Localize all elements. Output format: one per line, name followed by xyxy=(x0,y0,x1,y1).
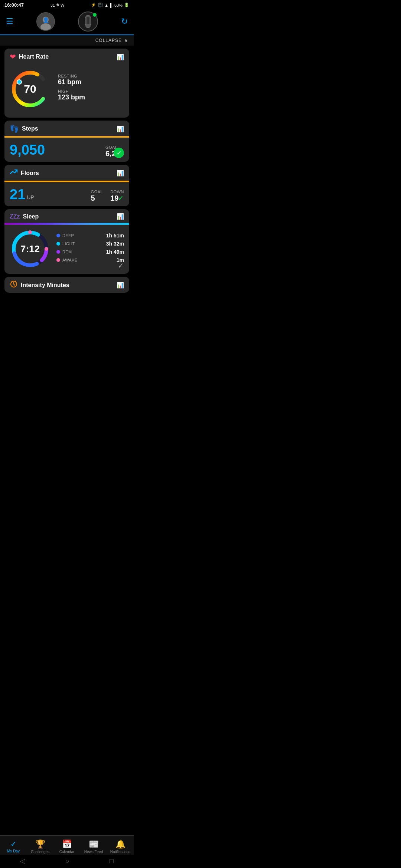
sleep-light-value: 3h 32m xyxy=(106,241,124,247)
intensity-chart-icon[interactable]: 📊 xyxy=(117,282,124,289)
intensity-card[interactable]: Intensity Minutes 📊 xyxy=(4,277,129,293)
battery-icon: 🔋 xyxy=(124,3,129,7)
steps-card[interactable]: 👣 Steps 📊 9,050 GOAL 6,234 ✓ xyxy=(4,121,129,162)
heart-rate-value: 70 xyxy=(24,83,36,95)
sleep-deep-value: 1h 51m xyxy=(106,233,124,239)
signal-icon: ▌ xyxy=(110,3,113,7)
collapse-label: COLLAPSE xyxy=(95,38,122,43)
sleep-body: 7:12 DEEP 1h 51m LIGHT 3h 32m REM 1h 49m xyxy=(4,225,129,274)
steps-title: Steps xyxy=(22,125,38,132)
sleep-icon: ZZz xyxy=(10,213,20,220)
intensity-title-group: Intensity Minutes xyxy=(10,280,69,290)
sleep-light-dot xyxy=(56,242,60,246)
sleep-check-icon: ✓ xyxy=(118,261,124,270)
status-bar: 16:00:47 31 ❋ W ⚡ 📳 ▲ ▌ 63% 🔋 xyxy=(0,0,134,9)
floors-chart-icon[interactable]: 📊 xyxy=(117,170,124,177)
collapse-bar[interactable]: COLLAPSE ∧ xyxy=(0,35,134,46)
sleep-total-value: 7:12 xyxy=(20,243,40,255)
floors-card[interactable]: Floors 📊 21 UP GOAL 5 DOWN 19 ✓ xyxy=(4,165,129,206)
word-icon: W xyxy=(61,3,64,7)
heart-rate-stats: RESTING 61 bpm HIGH 123 bpm xyxy=(58,74,124,104)
heart-rate-chart-icon[interactable]: 📊 xyxy=(117,53,124,60)
resting-value: 61 bpm xyxy=(58,78,124,86)
floors-title-group: Floors xyxy=(10,168,39,178)
menu-icon[interactable]: ☰ xyxy=(6,17,13,26)
floors-goal-value: 5 xyxy=(91,194,103,203)
status-right-icons: ⚡ 📳 ▲ ▌ 63% 🔋 xyxy=(91,3,129,7)
svg-point-12 xyxy=(17,80,22,84)
device-status[interactable] xyxy=(78,11,98,32)
sleep-stats: DEEP 1h 51m LIGHT 3h 32m REM 1h 49m AWAK… xyxy=(56,233,124,265)
floors-header: Floors 📊 xyxy=(4,165,129,181)
floors-goal-label: GOAL xyxy=(91,190,103,194)
high-stat: HIGH 123 bpm xyxy=(58,89,124,101)
avatar-image: 👤 xyxy=(37,13,54,30)
heart-icon: ❤ xyxy=(10,52,16,61)
floors-achieved-check: ✓ xyxy=(118,194,124,203)
intensity-header: Intensity Minutes 📊 xyxy=(4,277,129,293)
heart-rate-card[interactable]: ❤ Heart Rate 📊 xyxy=(4,49,129,118)
top-nav: ☰ 👤 ↻ xyxy=(0,9,134,35)
high-value: 123 bpm xyxy=(58,93,124,101)
resting-label: RESTING xyxy=(58,74,124,78)
heart-rate-header: ❤ Heart Rate 📊 xyxy=(4,49,129,64)
sleep-rem-value: 1h 49m xyxy=(106,249,124,255)
intensity-title: Intensity Minutes xyxy=(21,282,69,289)
high-label: HIGH xyxy=(58,89,124,93)
status-app-icons: 31 ❋ W xyxy=(50,3,65,7)
steps-value: 9,050 xyxy=(10,142,45,158)
sleep-rem-dot xyxy=(56,250,60,254)
user-avatar[interactable]: 👤 xyxy=(36,12,55,31)
intensity-icon xyxy=(10,280,18,290)
floors-value-group: 21 UP xyxy=(10,187,34,203)
heart-rate-body: 70 RESTING 61 bpm HIGH 123 bpm xyxy=(4,64,129,118)
floors-value: 21 xyxy=(10,187,25,203)
steps-icon: 👣 xyxy=(10,124,19,133)
refresh-icon[interactable]: ↻ xyxy=(121,17,128,26)
bluetooth-icon: ⚡ xyxy=(91,3,96,7)
wifi-icon: ▲ xyxy=(104,3,108,7)
sleep-awake-stat: AWAKE 1m xyxy=(56,257,124,263)
steps-body: 9,050 GOAL 6,234 ✓ xyxy=(4,138,129,162)
sleep-title: Sleep xyxy=(23,213,39,220)
svg-text:👤: 👤 xyxy=(43,17,49,23)
heart-rate-title: Heart Rate xyxy=(19,53,49,60)
sleep-light-label: LIGHT xyxy=(62,241,104,246)
floors-icon xyxy=(10,168,18,178)
sleep-chart-icon[interactable]: 📊 xyxy=(117,213,124,220)
resting-stat: RESTING 61 bpm xyxy=(58,74,124,86)
svg-rect-5 xyxy=(87,17,89,24)
vibrate-icon: 📳 xyxy=(98,3,103,7)
slack-icon: ❋ xyxy=(56,3,59,7)
floors-body: 21 UP GOAL 5 DOWN 19 ✓ xyxy=(4,182,129,206)
heart-rate-title-group: ❤ Heart Rate xyxy=(10,52,49,61)
svg-point-18 xyxy=(28,230,32,234)
calendar-app-icon: 31 xyxy=(50,3,55,7)
watch-icon xyxy=(83,15,93,28)
floors-goal-stat: GOAL 5 xyxy=(91,190,103,203)
sleep-title-group: ZZz Sleep xyxy=(10,213,39,220)
floors-up-label: UP xyxy=(27,194,34,200)
sleep-deep-dot xyxy=(56,234,60,237)
floors-title: Floors xyxy=(21,170,39,177)
heart-rate-gauge-container: 70 RESTING 61 bpm HIGH 123 bpm xyxy=(10,67,124,112)
collapse-chevron-icon: ∧ xyxy=(124,37,128,43)
steps-title-group: 👣 Steps xyxy=(10,124,38,133)
steps-chart-icon[interactable]: 📊 xyxy=(117,125,124,132)
main-content: ❤ Heart Rate 📊 xyxy=(0,49,134,336)
sleep-deep-stat: DEEP 1h 51m xyxy=(56,233,124,239)
heart-rate-gauge: 70 xyxy=(10,69,50,109)
device-online-dot xyxy=(93,13,97,17)
sleep-header: ZZz Sleep 📊 xyxy=(4,209,129,223)
sleep-gauge: 7:12 xyxy=(10,228,50,269)
steps-achieved-check: ✓ xyxy=(114,148,124,158)
battery-text: 63% xyxy=(114,3,123,7)
sleep-rem-stat: REM 1h 49m xyxy=(56,249,124,255)
status-time: 16:00:47 xyxy=(4,2,24,8)
steps-header: 👣 Steps 📊 xyxy=(4,121,129,136)
sleep-light-stat: LIGHT 3h 32m xyxy=(56,241,124,247)
sleep-rem-label: REM xyxy=(62,250,104,254)
sleep-awake-label: AWAKE xyxy=(62,258,114,262)
sleep-card[interactable]: ZZz Sleep 📊 xyxy=(4,209,129,274)
sleep-deep-label: DEEP xyxy=(62,233,104,238)
